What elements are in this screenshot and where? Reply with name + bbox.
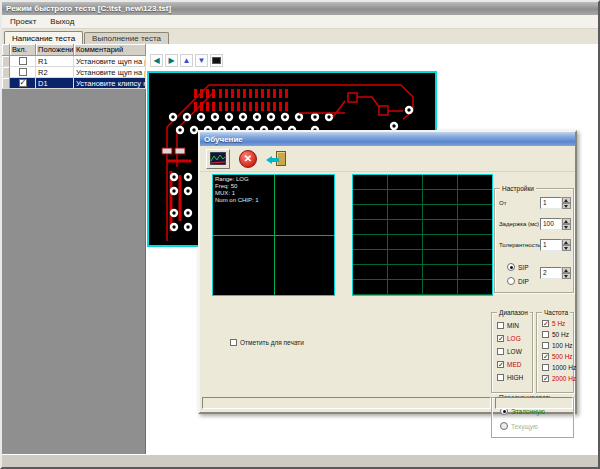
radio-dip-circle[interactable] (507, 277, 515, 285)
checkbox[interactable] (542, 353, 549, 360)
spin-down-icon[interactable] (562, 273, 571, 279)
radio-sip-label: SIP (518, 264, 528, 271)
scope-info-text: Range: LOG Freq: 50 MUX: 1 Num on CHIP: … (215, 176, 259, 204)
field-delay-value[interactable]: 100 (540, 218, 562, 230)
waveform-chart-button[interactable] (206, 149, 230, 169)
table-row-r1[interactable]: R1 Установите щуп на резист... (2, 56, 145, 67)
row-d1-position[interactable]: D1 (36, 78, 74, 89)
field-delay-spinner[interactable]: 100 (540, 218, 571, 230)
tab-write-test[interactable]: Написание теста (4, 31, 83, 44)
row-marker (2, 67, 10, 78)
menubar: Проект Выход (2, 15, 598, 29)
radio-sip-circle[interactable] (507, 263, 515, 271)
row-r1-position[interactable]: R1 (36, 56, 74, 67)
row-d1-checkbox[interactable] (19, 79, 27, 87)
field-from-label: От (499, 200, 506, 206)
freq-5hz[interactable]: 5 Hz (542, 320, 565, 327)
header-enabled[interactable]: Вкл. (10, 44, 36, 56)
dialog-titlebar[interactable]: Обучение (200, 132, 575, 146)
radio-dip[interactable]: DIP (507, 277, 529, 285)
row-r1-checkbox[interactable] (19, 57, 27, 65)
titlebar[interactable]: Режим быстрого теста [C:\tst_new\123.tst… (2, 2, 598, 15)
arrow-left-icon[interactable]: ◀ (150, 54, 163, 67)
checkbox[interactable] (542, 331, 549, 338)
print-checkbox[interactable]: Отметить для печати (230, 339, 304, 346)
field-from-spinner[interactable]: 1 (540, 197, 571, 209)
row-r1-comment[interactable]: Установите щуп на резист... (74, 56, 146, 67)
range-med[interactable]: MED (497, 361, 521, 368)
pcb-component-2 (379, 106, 388, 115)
checkbox[interactable] (497, 335, 504, 342)
checkbox[interactable] (497, 374, 504, 381)
settings-group-label: Настройки (500, 185, 536, 193)
range-high[interactable]: HIGH (497, 374, 523, 381)
exit-door-button[interactable] (266, 150, 288, 168)
checkbox[interactable] (542, 375, 549, 382)
checkbox[interactable] (542, 364, 549, 371)
checkbox[interactable] (542, 320, 549, 327)
header-comment[interactable]: Комментарий (74, 44, 146, 56)
row-r2-position[interactable]: R2 (36, 67, 74, 78)
main-window: Режим быстрого теста [C:\tst_new\123.tst… (0, 0, 600, 469)
test-steps-pane: Вкл. Положение Комментарий R1 Установите… (2, 44, 146, 454)
training-dialog: Обучение Range: LOG Freq: 50 MUX: (198, 130, 577, 414)
row-d1-enabled-cell[interactable] (10, 78, 36, 89)
range-group-label: Диапазон (497, 309, 530, 317)
dialog-body: Range: LOG Freq: 50 MUX: 1 Num on CHIP: … (200, 173, 575, 394)
freq-50hz[interactable]: 50 Hz (542, 331, 569, 338)
row-r1-enabled-cell[interactable] (10, 56, 36, 67)
row-r2-enabled-cell[interactable] (10, 67, 36, 78)
tab-run-test-label: Выполнение теста (92, 34, 161, 43)
statusbar (2, 454, 598, 467)
oscilloscope-right[interactable] (352, 174, 493, 296)
tab-run-test[interactable]: Выполнение теста (84, 32, 169, 44)
row-d1-comment[interactable]: Установите клипсу на мик... (74, 78, 146, 89)
checkbox[interactable] (497, 322, 504, 329)
tab-write-test-label: Написание теста (12, 34, 75, 43)
frequency-group: Частота 5 Hz 50 Hz 100 Hz 500 Hz 1000 Hz… (536, 312, 574, 393)
row-r2-checkbox[interactable] (19, 68, 27, 76)
field-from-value[interactable]: 1 (540, 197, 562, 209)
table-row-d1[interactable]: D1 Установите клипсу на мик... (2, 78, 145, 89)
pcb-component-1 (348, 93, 357, 102)
header-position[interactable]: Положение (36, 44, 74, 56)
package-count-spinner[interactable]: 2 (540, 267, 571, 279)
dialog-title: Обучение (204, 135, 243, 144)
field-tolerance-spinner[interactable]: 1 (540, 239, 571, 251)
spin-down-icon[interactable] (562, 224, 571, 230)
spin-down-icon[interactable] (562, 245, 571, 251)
print-checkbox-box[interactable] (230, 339, 237, 346)
checkbox[interactable] (542, 342, 549, 349)
row-r2-comment[interactable]: Установите щуп на резист... (74, 67, 146, 78)
freq-500hz[interactable]: 500 Hz (542, 353, 573, 360)
freq-2000hz[interactable]: 2000 Hz (542, 375, 576, 382)
spin-down-icon[interactable] (562, 203, 571, 209)
oscilloscope-left[interactable]: Range: LOG Freq: 50 MUX: 1 Num on CHIP: … (212, 174, 335, 296)
frequency-group-label: Частота (542, 309, 570, 317)
stop-square-icon[interactable] (210, 54, 223, 67)
checkbox[interactable] (497, 361, 504, 368)
range-log[interactable]: LOG (497, 335, 521, 342)
radio-sip[interactable]: SIP (507, 263, 528, 271)
table-header: Вкл. Положение Комментарий (2, 44, 145, 56)
window-title: Режим быстрого теста [C:\tst_new\123.tst… (6, 4, 171, 13)
arrow-right-icon[interactable]: ▶ (165, 54, 178, 67)
freq-1000hz[interactable]: 1000 Hz (542, 364, 576, 371)
package-count-value[interactable]: 2 (540, 267, 562, 279)
field-delay: Задержка (мс) 100 (498, 218, 571, 230)
menu-exit[interactable]: Выход (50, 17, 74, 26)
field-from: От 1 (498, 197, 571, 209)
checkbox[interactable] (497, 348, 504, 355)
arrow-up-icon[interactable]: ▲ (180, 54, 193, 67)
arrow-down-icon[interactable]: ▼ (195, 54, 208, 67)
freq-100hz[interactable]: 100 Hz (542, 342, 573, 349)
row-marker (2, 78, 10, 89)
menu-project[interactable]: Проект (10, 17, 36, 26)
waveform-chart-icon (210, 152, 226, 165)
field-tolerance-value[interactable]: 1 (540, 239, 562, 251)
range-group: Диапазон MIN LOG LOW MED HIGH (491, 312, 533, 393)
cancel-x-button[interactable] (239, 150, 257, 168)
range-low[interactable]: LOW (497, 348, 522, 355)
range-min[interactable]: MIN (497, 322, 519, 329)
table-row-r2[interactable]: R2 Установите щуп на резист... (2, 67, 145, 78)
